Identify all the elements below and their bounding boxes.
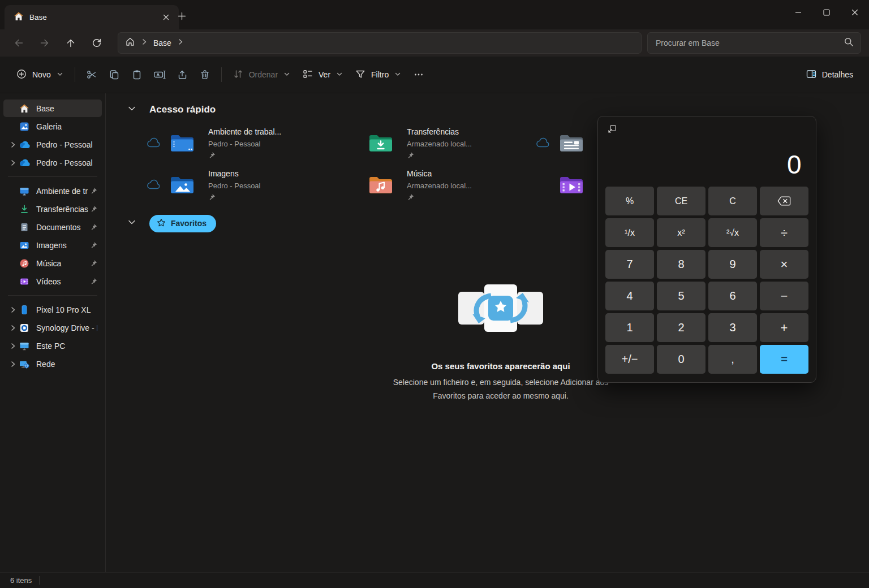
always-on-top-icon[interactable]	[605, 122, 619, 136]
sidebar-item-rede[interactable]: Rede	[3, 355, 102, 373]
search-input[interactable]	[655, 38, 844, 48]
calc-button-five[interactable]: 5	[657, 282, 705, 310]
explorer-tab[interactable]: Base	[5, 5, 179, 29]
gallery-icon	[19, 122, 31, 132]
chevron-right-icon	[177, 38, 184, 48]
calc-button-multiply[interactable]: ×	[760, 250, 808, 279]
calc-button-three[interactable]: 3	[708, 313, 757, 342]
sidebar-item-videos[interactable]: Vídeos	[3, 273, 102, 290]
breadcrumb[interactable]: Base	[118, 32, 642, 54]
toolbar-divider	[75, 67, 75, 82]
sidebar-item-synology-drive[interactable]: Synology Drive - Fic	[3, 319, 102, 336]
sidebar-item-pixel-10-pro-xl[interactable]: Pixel 10 Pro XL	[3, 301, 102, 318]
favorites-button[interactable]: Favoritos	[149, 215, 216, 232]
chevron-right-icon[interactable]	[7, 141, 19, 149]
calc-button-seven[interactable]: 7	[605, 250, 654, 279]
sidebar-item-documentos[interactable]: Documentos	[3, 218, 102, 236]
status-bar: 6 itens	[0, 572, 869, 588]
new-button[interactable]: Novo	[10, 64, 70, 85]
calc-button-square-root[interactable]: ²√x	[708, 218, 757, 247]
chevron-right-icon[interactable]	[7, 159, 19, 167]
picture-icon	[19, 240, 31, 250]
sidebar-item-transferencias[interactable]: Transferências	[3, 200, 102, 218]
cut-button[interactable]	[80, 64, 103, 85]
breadcrumb-location[interactable]: Base	[153, 38, 171, 47]
sidebar-item-imagens[interactable]: Imagens	[3, 236, 102, 254]
cloud-status-icon	[147, 179, 161, 190]
calc-button-four[interactable]: 4	[605, 282, 654, 310]
calc-button-clear[interactable]: C	[708, 187, 757, 215]
chevron-down-icon[interactable]	[127, 104, 136, 115]
folder-documents-icon	[559, 132, 584, 153]
document-icon	[19, 222, 31, 232]
calc-button-zero[interactable]: 0	[657, 345, 705, 374]
sidebar-item-este-pc[interactable]: Este PC	[3, 337, 102, 354]
close-button[interactable]	[841, 0, 869, 25]
sidebar-item-base[interactable]: Base	[3, 100, 102, 117]
file-explorer-window: Base Base Novo	[0, 0, 869, 588]
sidebar-item-musica[interactable]: Música	[3, 254, 102, 272]
sidebar-item-onedrive-pedro-1[interactable]: Pedro - Pessoal	[3, 136, 102, 153]
pin-icon	[208, 152, 281, 159]
tab-title: Base	[29, 13, 153, 21]
calc-button-minus[interactable]: −	[760, 282, 808, 310]
folder-videos-icon	[559, 174, 584, 195]
chevron-down-icon	[335, 70, 343, 80]
paste-button[interactable]	[126, 64, 148, 85]
calc-button-two[interactable]: 2	[657, 313, 705, 342]
new-tab-button[interactable]	[174, 8, 189, 23]
chevron-down-icon[interactable]	[127, 218, 136, 229]
share-button[interactable]	[171, 64, 193, 85]
rename-button[interactable]	[148, 64, 171, 85]
details-button[interactable]: Detalhes	[800, 64, 859, 85]
filter-icon	[355, 68, 366, 81]
up-button[interactable]	[58, 33, 84, 53]
chevron-right-icon[interactable]	[7, 360, 19, 368]
tab-close-icon[interactable]	[158, 10, 173, 25]
back-button[interactable]	[6, 33, 32, 53]
filter-button[interactable]: Filtro	[349, 64, 407, 85]
chevron-right-icon[interactable]	[7, 306, 19, 314]
sidebar-item-ambiente-de-trabalho[interactable]: Ambiente de trab	[3, 182, 102, 200]
calculator-keypad: %CEC¹/xx²²√x÷789×456−123++/−0,=	[605, 187, 808, 374]
home-icon	[19, 103, 31, 114]
network-icon	[19, 359, 31, 369]
calc-button-six[interactable]: 6	[708, 282, 757, 310]
maximize-button[interactable]	[812, 0, 841, 25]
calc-button-plus[interactable]: +	[760, 313, 808, 342]
calc-button-divide[interactable]: ÷	[760, 218, 808, 247]
delete-button[interactable]	[193, 64, 216, 85]
chevron-down-icon	[56, 70, 64, 80]
calc-button-reciprocal[interactable]: ¹/x	[605, 218, 654, 247]
search-icon[interactable]	[844, 37, 854, 49]
refresh-button[interactable]	[84, 33, 110, 53]
chevron-right-icon[interactable]	[7, 342, 19, 350]
quick-access-tile-transferencias[interactable]: TransferênciasArmazenado local...	[368, 122, 536, 163]
forward-button[interactable]	[32, 33, 58, 53]
search-box	[647, 32, 861, 54]
calc-button-nine[interactable]: 9	[708, 250, 757, 279]
sort-button[interactable]: Ordenar	[227, 64, 296, 85]
more-options-button[interactable]	[407, 64, 430, 85]
sidebar-item-onedrive-pedro-2[interactable]: Pedro - Pessoal	[3, 154, 102, 171]
calc-button-one[interactable]: 1	[605, 313, 654, 342]
calc-button-square[interactable]: x²	[657, 218, 705, 247]
chevron-right-icon[interactable]	[7, 324, 19, 332]
quick-access-tile-imagens[interactable]: ImagensPedro - Pessoal	[147, 163, 368, 205]
folder-downloads-icon	[368, 132, 393, 153]
calc-button-negate[interactable]: +/−	[605, 345, 654, 374]
calc-button-eight[interactable]: 8	[657, 250, 705, 279]
calc-button-backspace[interactable]	[760, 187, 808, 215]
calc-button-decimal[interactable]: ,	[708, 345, 757, 374]
calc-button-clear-entry[interactable]: CE	[657, 187, 705, 215]
home-icon[interactable]	[125, 37, 135, 49]
copy-button[interactable]	[103, 64, 126, 85]
quick-access-tile-musica[interactable]: MúsicaArmazenado local...	[368, 163, 536, 205]
view-button[interactable]: Ver	[296, 64, 349, 85]
sidebar-item-galeria[interactable]: Galeria	[3, 118, 102, 135]
minimize-button[interactable]	[784, 0, 812, 25]
cloud-status-icon	[536, 137, 550, 148]
calc-button-percent[interactable]: %	[605, 187, 654, 215]
quick-access-tile-ambiente-de-trabalho[interactable]: Ambiente de trabal...Pedro - Pessoal	[147, 122, 368, 163]
calc-button-equals[interactable]: =	[760, 345, 808, 374]
